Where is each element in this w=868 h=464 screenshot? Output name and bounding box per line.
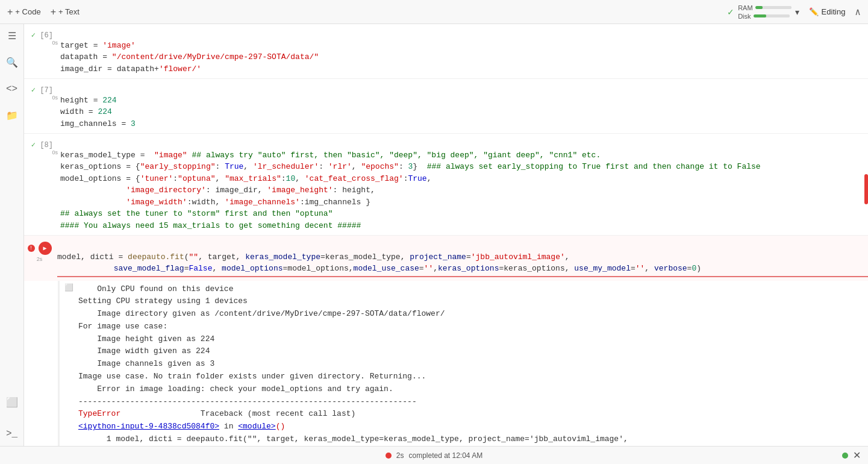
cell-6-left: ✓ [6] 0s — [24, 28, 60, 75]
cell-9-wrapper: ! ▶ 2s model, dicti = deepauto.fit("", t… — [24, 236, 868, 446]
cell-8-code-block: keras_model_type = "image" ## always try… — [60, 137, 868, 231]
sidebar-cmd-icon[interactable]: >_ — [5, 427, 19, 441]
text-label: + Text — [58, 7, 80, 16]
sidebar-terminal-icon[interactable]: ⬜ — [5, 395, 19, 410]
sidebar-code-icon[interactable]: <> — [5, 82, 19, 96]
cell-6-code[interactable]: target = 'image' datapath = "/content/dr… — [60, 28, 868, 75]
cell-7: ✓ [7] 0s height = 224 width = 224 img_ch… — [24, 79, 868, 134]
topbar-left: + + Code + + Text — [7, 7, 80, 17]
cell-6-number: [6] — [37, 30, 58, 40]
cell-8-code[interactable]: keras_model_type = "image" ## always try… — [60, 137, 868, 231]
editing-section: ✏️ Editing — [809, 7, 846, 16]
sidebar-menu-icon[interactable]: ☰ — [5, 29, 19, 43]
status-dot-green — [842, 453, 848, 459]
cell-6-code-block: target = 'image' datapath = "/content/dr… — [60, 28, 868, 75]
disk-fill — [754, 14, 766, 17]
cell-9: ! ▶ 2s model, dicti = deepauto.fit("", t… — [24, 236, 868, 281]
plus-icon: + — [7, 7, 13, 17]
cell-8-checkmark: ✓ — [31, 140, 36, 149]
ram-label: RAM — [738, 4, 752, 11]
left-sidebar: ☰ 🔍 <> 📁 ⬜ >_ — [0, 24, 24, 446]
cell-6: ✓ [6] 0s target = 'image' datapath = "/c… — [24, 24, 868, 79]
sidebar-folder-icon[interactable]: 📁 — [5, 108, 19, 123]
cell-9-left: ! ▶ 2s — [24, 239, 57, 277]
collapse-button[interactable]: ∧ — [855, 6, 861, 18]
plus-icon-text: + — [51, 7, 56, 17]
cell-9-error-dot: ! — [28, 245, 35, 252]
cell-8-left: ✓ [8] 0s — [24, 137, 60, 231]
ram-fill — [755, 6, 763, 9]
ram-disk-info: ✓ RAM Disk ▾ — [727, 4, 799, 20]
cell-9-code[interactable]: model, dicti = deepauto.fit("", target, … — [57, 239, 868, 277]
status-completed: completed at 12:04 AM — [408, 451, 482, 460]
add-code-button[interactable]: + + Code — [7, 7, 41, 17]
cell-8-number: [8] — [37, 140, 58, 149]
cell-7-code[interactable]: height = 224 width = 224 img_channels = … — [60, 83, 868, 130]
scroll-indicator — [864, 174, 868, 204]
topbar: + + Code + + Text ✓ RAM Disk — [0, 0, 868, 24]
check-icon: ✓ — [727, 7, 734, 17]
cell-9-code-block: model, dicti = deepauto.fit("", target, … — [57, 239, 868, 277]
cell-6-checkmark: ✓ — [31, 31, 36, 40]
cell-7-time: 0s — [52, 95, 58, 101]
status-dot-red — [386, 453, 392, 459]
cell-7-left: ✓ [7] 0s — [24, 83, 60, 130]
disk-bar — [754, 14, 790, 17]
sidebar-search-icon[interactable]: 🔍 — [5, 55, 19, 70]
ram-bar-container: RAM Disk — [738, 4, 791, 20]
main-layout: ☰ 🔍 <> 📁 ⬜ >_ ✓ [6] 0s target = 'image' … — [0, 24, 868, 446]
status-time: 2s — [396, 451, 404, 460]
code-label: + Code — [15, 7, 40, 16]
topbar-right: ✓ RAM Disk ▾ ✏️ Editing — [727, 4, 861, 20]
status-right: ✕ — [842, 450, 861, 461]
cell-7-code-block: height = 224 width = 224 img_channels = … — [60, 83, 868, 130]
add-text-button[interactable]: + + Text — [51, 7, 80, 17]
dropdown-arrow-icon[interactable]: ▾ — [795, 7, 799, 17]
output-text: Only CPU found on this device Setting CP… — [76, 283, 778, 447]
cell-8: ✓ [8] 0s keras_model_type = "image" ## a… — [24, 134, 868, 236]
disk-label: Disk — [738, 13, 751, 20]
pencil-icon: ✏️ — [809, 7, 819, 16]
cell-7-checkmark: ✓ — [31, 86, 36, 95]
cell-9-time: 2s — [37, 256, 43, 262]
ram-bar — [755, 6, 792, 9]
cell-7-number: [7] — [37, 85, 58, 95]
cell-9-run-button[interactable]: ▶ — [39, 242, 52, 255]
statusbar: 2s completed at 12:04 AM ✕ — [0, 446, 868, 464]
cell-6-time: 0s — [52, 40, 58, 46]
output-collapse-icon[interactable]: ⬜ — [64, 283, 73, 292]
cell-8-time: 0s — [52, 149, 58, 155]
notebook: ✓ [6] 0s target = 'image' datapath = "/c… — [24, 24, 868, 446]
cell-9-output: ⬜ Only CPU found on this device Setting … — [58, 281, 868, 447]
editing-text: Editing — [822, 7, 846, 16]
status-close-icon[interactable]: ✕ — [853, 450, 861, 461]
